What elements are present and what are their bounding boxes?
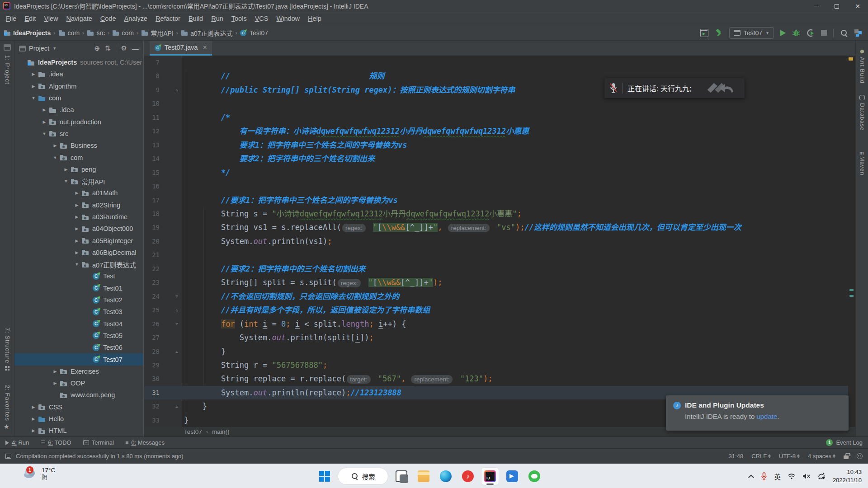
inspection-warning-marker[interactable] [849,57,853,61]
menu-item[interactable]: VCS [251,14,273,23]
run-anything-icon[interactable] [700,29,708,37]
project-tree-item[interactable]: Test01 [14,282,143,294]
expand-arrow-icon[interactable]: ▼ [61,179,71,183]
expand-arrow-icon[interactable]: ▶ [72,203,81,207]
wifi-icon[interactable] [788,473,796,479]
breadcrumb-item[interactable]: Test07 [240,29,268,37]
fold-marker-icon[interactable]: ▿ [173,317,180,331]
expand-arrow-icon[interactable]: ▶ [51,143,60,148]
project-tree-item[interactable]: ▶a04Object000 [14,223,143,235]
close-tab-icon[interactable]: ✕ [203,44,207,51]
expand-arrow-icon[interactable]: ▶ [29,428,38,433]
code-line[interactable]: 24▿ //不会返回切割规则，只会返回除去切割规则之外的 [144,290,848,303]
menu-item[interactable]: Refactor [151,14,184,23]
expand-arrow-icon[interactable]: ▼ [40,131,49,136]
expand-arrow-icon[interactable]: ▶ [29,84,38,89]
expand-arrow-icon[interactable]: ▶ [29,417,38,421]
project-tree-item[interactable]: Test [14,270,143,282]
toolwindow-button-6-todo[interactable]: ☰6: TODO [41,439,71,446]
expand-arrow-icon[interactable]: ▶ [61,167,71,172]
taskbar-app-task-view[interactable] [392,467,410,485]
project-tree-item[interactable]: ▼com [14,151,143,163]
taskbar-app-intellij-idea[interactable] [481,467,499,485]
code-line[interactable]: 14 要求2：把字符串中的三个姓名切割出来 [144,152,848,165]
project-tree-item[interactable]: ▶Algorithm [14,80,143,92]
highlighting-level-icon[interactable] [857,453,863,459]
menu-item[interactable]: Tools [227,14,251,23]
expand-arrow-icon[interactable]: ▼ [29,96,38,100]
expand-arrow-icon[interactable]: ▶ [72,250,81,255]
project-tree-item[interactable]: ▶a05BigInteger [14,235,143,246]
run-with-coverage-icon[interactable] [807,29,815,37]
battery-saver-icon[interactable] [817,473,826,480]
code-line[interactable]: 10 [144,97,848,110]
minimize-button[interactable] [806,0,826,12]
project-tree-item[interactable]: ▶HTML [14,425,143,436]
menu-item[interactable]: Code [96,14,120,23]
project-tree-item[interactable]: ▶CSS [14,401,143,413]
menu-item[interactable]: View [40,14,62,23]
menu-item[interactable]: Edit [20,14,40,23]
code-line[interactable]: 16 [144,179,848,193]
status-widget[interactable]: UTF-8 [779,453,800,460]
project-tree-item[interactable]: ▶.idea [14,68,143,80]
breadcrumb-item[interactable]: a07正则表达式 [181,28,232,38]
project-tree-item[interactable]: ▼常用API [14,175,143,187]
blocks-icon[interactable] [5,366,9,371]
code-line[interactable]: 22 //要求2：把字符串中的三个姓名切割出来 [144,262,848,276]
stripe-button-favorites[interactable]: 2: Favorites [4,385,11,421]
taskbar-app-music[interactable] [459,467,477,485]
code-line[interactable]: 30 String replace = r.replace(target: "5… [144,372,848,385]
expand-arrow-icon[interactable]: ▼ [51,155,60,160]
breadcrumb-class[interactable]: Test07 [184,428,202,435]
fold-marker-icon[interactable]: ▿ [173,290,180,303]
update-notification[interactable]: i IDE and Plugin Updates IntelliJ IDEA i… [666,395,849,431]
project-tree-item[interactable]: ▶OOP [14,377,143,389]
event-log-button[interactable]: 1 Event Log [826,439,863,446]
tab-test07-java[interactable]: Test07.java ✕ [150,41,212,56]
expand-arrow-icon[interactable]: ▼ [72,262,81,267]
close-button[interactable]: ✕ [847,0,868,12]
project-tree-item[interactable]: ▶Business [14,140,143,151]
stop-button[interactable] [821,30,827,36]
status-widget[interactable]: 31:48 [729,453,744,460]
expand-arrow-icon[interactable]: ▶ [29,72,38,76]
status-widget[interactable]: CRLF [751,453,771,460]
breadcrumb-item[interactable]: src [87,29,105,37]
expand-arrow-icon[interactable]: ▶ [72,226,81,231]
toolwindow-button-4-run[interactable]: 4: Run [5,439,29,446]
breadcrumb-item[interactable]: com [112,29,133,37]
status-widget[interactable]: 4 spaces [808,453,835,460]
code-line[interactable]: 15 */ [144,166,848,179]
menu-item[interactable]: Build [184,14,207,23]
code-line[interactable]: 23 String[] split = s.split(regex: "[\\w… [144,276,848,289]
stripe-button-maven[interactable]: Maven [856,148,868,176]
breadcrumb-item[interactable]: IdeaProjects [4,29,51,37]
run-configuration-selector[interactable]: Test07 ▼ [729,27,774,39]
fold-marker-icon[interactable]: ▵ [173,83,180,97]
code-line[interactable]: 11 /* [144,111,848,124]
menu-item[interactable]: Navigate [62,14,96,23]
locate-file-icon[interactable]: ⊕ [94,44,100,52]
project-tree-item[interactable]: Test03 [14,306,143,318]
expand-arrow-icon[interactable]: ▶ [40,108,49,112]
tray-expand-icon[interactable] [748,474,754,480]
expand-arrow-icon[interactable]: ▶ [40,120,49,124]
toolwindow-switcher-icon[interactable] [4,44,11,51]
toolwindow-button-terminal[interactable]: Terminal [83,439,114,446]
project-tree-item[interactable]: ▶a01Math [14,187,143,199]
lock-icon[interactable] [844,455,849,459]
stripe-button-database[interactable]: Database [856,95,868,131]
project-tree-item[interactable]: Test04 [14,318,143,330]
taskbar-app-explorer[interactable] [415,467,433,485]
taskbar-app-wechat[interactable] [525,467,543,485]
title-bar[interactable]: IdeaProjects [C:\Users\何智鹏\IdeaProjects]… [0,0,868,12]
stripe-button-project[interactable]: 1: Project [4,55,11,84]
code-line[interactable]: 21 [144,248,848,262]
code-line[interactable]: 13 要求1：把字符串中三个姓名之间的字母替换为vs [144,138,848,152]
update-link[interactable]: update [756,413,777,420]
breadcrumb-item[interactable]: 常用API [141,28,174,38]
taskbar-app-meeting[interactable] [503,467,521,485]
code-line[interactable]: 27 System.out.println(split[i]); [144,331,848,344]
star-icon[interactable]: ★ [4,423,9,430]
